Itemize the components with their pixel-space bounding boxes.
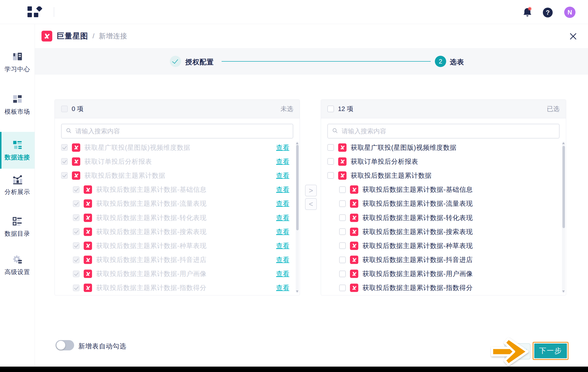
- help-icon[interactable]: ?: [543, 8, 553, 17]
- sidebar-item-label: 模板市场: [5, 108, 30, 116]
- table-name: 获取投后数据主题累计数据-抖音进店: [96, 255, 207, 264]
- view-link[interactable]: 查看: [276, 227, 289, 236]
- scrollbar-thumb[interactable]: [562, 146, 565, 228]
- table-row: 获取投后数据主题累计数据: [321, 168, 566, 182]
- scroll-down-icon[interactable]: [562, 290, 565, 292]
- row-checkbox[interactable]: [73, 257, 80, 263]
- user-avatar[interactable]: N: [564, 7, 575, 18]
- data-connection-icon: [12, 139, 23, 151]
- row-checkbox[interactable]: [339, 200, 346, 207]
- row-checkbox[interactable]: [327, 144, 334, 151]
- notification-bell-icon[interactable]: [522, 6, 533, 18]
- table-row: 获取投后数据主题累计数据-搜索表现: [321, 225, 566, 239]
- row-checkbox[interactable]: [73, 285, 80, 291]
- view-link[interactable]: 查看: [276, 255, 289, 264]
- select-all-checkbox[interactable]: [327, 106, 334, 112]
- view-link[interactable]: 查看: [276, 185, 289, 194]
- table-name: 获取投后数据主题累计数据-基础信息: [362, 185, 473, 194]
- row-checkbox[interactable]: [73, 228, 80, 235]
- template-market-icon: [12, 94, 23, 105]
- row-checkbox[interactable]: [339, 214, 346, 221]
- xingtu-table-icon: [350, 270, 358, 278]
- row-checkbox[interactable]: [327, 172, 334, 179]
- row-checkbox[interactable]: [339, 257, 346, 263]
- view-link[interactable]: 查看: [276, 269, 289, 278]
- sidebar-item-learning-center[interactable]: 学习中心: [0, 51, 35, 81]
- row-checkbox[interactable]: [73, 186, 80, 193]
- search-input[interactable]: [341, 127, 555, 135]
- auto-select-toggle[interactable]: [55, 340, 74, 350]
- close-icon[interactable]: [569, 32, 577, 40]
- row-checkbox[interactable]: [73, 200, 80, 207]
- table-row: 获取星广联投(星图版)视频维度数据: [321, 140, 566, 154]
- row-checkbox[interactable]: [61, 144, 68, 151]
- row-checkbox[interactable]: [73, 242, 80, 249]
- scroll-up-icon[interactable]: [296, 142, 298, 144]
- table-row: 获取投后数据主题累计数据-指数得分查看: [55, 281, 300, 295]
- search-icon: [66, 127, 72, 135]
- xingtu-table-icon: [338, 143, 347, 152]
- move-left-button[interactable]: <: [305, 198, 317, 210]
- table-row: 获取投后数据主题累计数据-搜索表现查看: [55, 225, 300, 239]
- view-link[interactable]: 查看: [276, 171, 289, 180]
- next-step-button[interactable]: 下一步: [533, 342, 569, 360]
- scroll-up-icon[interactable]: [562, 142, 565, 144]
- row-checkbox[interactable]: [327, 158, 334, 165]
- table-name: 获取投后数据主题累计数据-指数得分: [96, 283, 207, 292]
- search-box: [61, 124, 293, 138]
- row-checkbox[interactable]: [73, 271, 80, 277]
- table-name: 获取投后数据主题累计数据-搜索表现: [96, 227, 207, 236]
- view-link[interactable]: 查看: [276, 283, 289, 292]
- step2-badge: 2: [435, 56, 446, 67]
- table-row: 获取订单投后分析报表查看: [55, 154, 300, 168]
- sidebar-item-analysis-display[interactable]: 分析展示: [0, 174, 35, 204]
- xingtu-table-icon: [84, 185, 92, 194]
- learning-icon: [12, 51, 23, 63]
- move-right-button[interactable]: >: [305, 185, 317, 196]
- breadcrumb: 巨量星图 / 新增连接: [41, 24, 127, 48]
- previous-step-button[interactable]: 上一步: [505, 343, 531, 359]
- table-name: 获取投后数据主题累计数据-流量表现: [362, 199, 473, 208]
- table-row: 获取投后数据主题累计数据-基础信息查看: [55, 183, 300, 197]
- sidebar-item-data-connection[interactable]: 数据连接: [0, 132, 35, 169]
- xingtu-app-icon: [41, 31, 52, 41]
- xingtu-table-icon: [350, 199, 358, 208]
- search-input[interactable]: [75, 127, 289, 135]
- page-title: 巨量星图: [57, 31, 88, 41]
- analysis-icon: [12, 174, 23, 185]
- table-row: 获取投后数据主题累计数据-转化表现查看: [55, 211, 300, 225]
- table-name: 获取投后数据主题累计数据: [351, 171, 432, 180]
- screen-bottom-edge: [0, 367, 588, 372]
- table-row: 获取投后数据主题累计数据查看: [55, 168, 300, 182]
- row-checkbox[interactable]: [61, 172, 68, 179]
- row-checkbox[interactable]: [339, 242, 346, 249]
- row-checkbox[interactable]: [339, 228, 346, 235]
- sidebar-item-advanced-settings[interactable]: 高级设置: [0, 254, 35, 284]
- row-checkbox[interactable]: [73, 214, 80, 221]
- row-checkbox[interactable]: [339, 285, 346, 291]
- view-link[interactable]: 查看: [276, 143, 289, 152]
- xingtu-table-icon: [84, 228, 92, 236]
- view-link[interactable]: 查看: [276, 241, 289, 250]
- select-all-checkbox[interactable]: [61, 106, 68, 112]
- xingtu-table-icon: [72, 143, 80, 152]
- selected-status-label: 已选: [547, 105, 560, 113]
- table-row: 获取投后数据主题累计数据-流量表现: [321, 197, 566, 211]
- screen: ? N 学习中心模板市场数据连接分析展示数据目录高级设置 巨量星图 / 新增连接: [0, 0, 588, 372]
- table-row: 获取投后数据主题累计数据-指数得分: [321, 281, 566, 295]
- table-name: 获取投后数据主题累计数据-搜索表现: [362, 227, 473, 236]
- scrollbar-thumb[interactable]: [296, 145, 299, 230]
- sidebar-item-template-market[interactable]: 模板市场: [0, 94, 35, 123]
- search-icon: [332, 127, 338, 135]
- sidebar-item-data-catalog[interactable]: 数据目录: [0, 216, 35, 245]
- app-logo-icon[interactable]: [27, 6, 44, 18]
- row-checkbox[interactable]: [339, 186, 346, 193]
- view-link[interactable]: 查看: [276, 157, 289, 166]
- view-link[interactable]: 查看: [276, 213, 289, 222]
- selected-table-list: 获取星广联投(星图版)视频维度数据获取订单投后分析报表获取投后数据主题累计数据获…: [321, 140, 566, 295]
- new-connection-dialog: 巨量星图 / 新增连接 授权配置 2 选表 0 项 未选: [35, 24, 588, 367]
- view-link[interactable]: 查看: [276, 199, 289, 208]
- row-checkbox[interactable]: [61, 158, 68, 165]
- row-checkbox[interactable]: [339, 271, 346, 277]
- scroll-down-icon[interactable]: [296, 290, 298, 292]
